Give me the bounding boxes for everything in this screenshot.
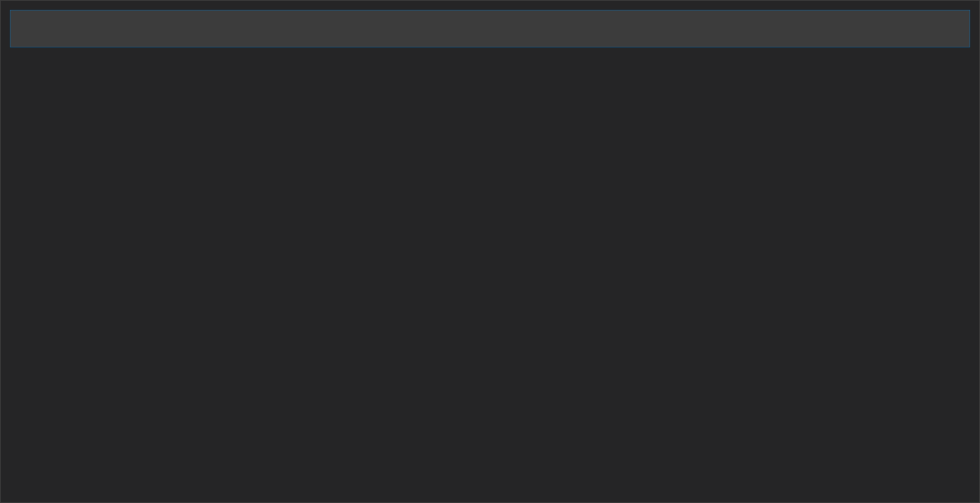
search-input-container xyxy=(1,1,979,55)
kernel-picker-panel xyxy=(0,0,980,503)
search-input[interactable] xyxy=(10,10,970,47)
